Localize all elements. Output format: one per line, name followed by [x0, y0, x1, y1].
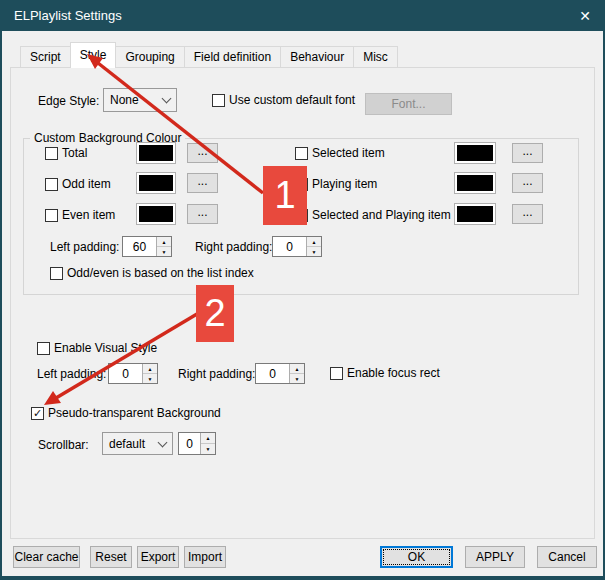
scrollbar-spinner[interactable]: 0 ▲ ▼ [178, 432, 216, 455]
odd-item-label: Odd item [62, 177, 111, 191]
reset-button[interactable]: Reset [90, 546, 132, 568]
spin-up-icon[interactable]: ▲ [157, 237, 171, 247]
selected-and-playing-item-label: Selected and Playing item [312, 208, 451, 222]
selected-item-color-picker-button[interactable]: ... [512, 143, 543, 163]
use-custom-font-label: Use custom default font [229, 93, 355, 107]
enable-focus-rect-row[interactable]: Enable focus rect [330, 366, 440, 380]
spin-up-icon[interactable]: ▲ [307, 237, 321, 247]
chevron-down-icon [162, 94, 172, 104]
enable-visual-style-row[interactable]: Enable Visual Style [37, 341, 157, 355]
selected-item-color-swatch [455, 143, 495, 163]
tab-grouping[interactable]: Grouping [115, 46, 184, 68]
enable-visual-style-checkbox[interactable] [37, 342, 50, 355]
scrollbar-label: Scrollbar: [38, 438, 89, 452]
total-label: Total [62, 146, 87, 160]
edge-style-label: Edge Style: [38, 94, 99, 108]
vs-left-padding-label: Left padding: [37, 367, 106, 381]
odd-even-list-index-checkbox[interactable] [50, 267, 63, 280]
total-row[interactable]: Total [45, 146, 87, 160]
pseudo-transparent-label: Pseudo-transparent Background [48, 406, 221, 420]
spin-down-icon[interactable]: ▼ [290, 374, 304, 383]
vs-right-padding-label: Right padding: [178, 367, 255, 381]
scrollbar-value: default [109, 437, 159, 451]
close-icon[interactable]: ✕ [568, 0, 602, 31]
right-padding-value: 0 [273, 240, 306, 254]
total-color-picker-button[interactable]: ... [187, 143, 218, 163]
left-padding-value: 60 [123, 240, 156, 254]
selected-item-row[interactable]: Selected item [295, 146, 385, 160]
playing-item-row[interactable]: Playing item [295, 177, 377, 191]
total-color-swatch [137, 143, 175, 163]
scrollbar-dropdown[interactable]: default [102, 432, 173, 455]
odd-even-list-index-label: Odd/even is based on the list index [67, 266, 254, 280]
odd-item-checkbox[interactable] [45, 178, 58, 191]
clear-cache-button[interactable]: Clear cache [13, 546, 80, 568]
left-padding-spinner[interactable]: 60 ▲ ▼ [122, 236, 172, 257]
total-checkbox[interactable] [45, 147, 58, 160]
enable-visual-style-label: Enable Visual Style [54, 341, 157, 355]
use-custom-font-checkbox[interactable] [212, 94, 225, 107]
tab-field-definition[interactable]: Field definition [184, 46, 281, 68]
window-title: ELPlaylist Settings [14, 0, 122, 31]
apply-button[interactable]: APPLY [465, 546, 525, 568]
playing-item-color-swatch [455, 173, 495, 193]
tab-misc[interactable]: Misc [353, 46, 398, 68]
even-item-label: Even item [62, 208, 115, 222]
title-bar: ELPlaylist Settings ✕ [0, 0, 605, 31]
chevron-down-icon [158, 437, 168, 447]
selected-and-playing-item-checkbox[interactable] [295, 209, 308, 222]
spin-down-icon[interactable]: ▼ [201, 444, 215, 454]
odd-item-row[interactable]: Odd item [45, 177, 111, 191]
spin-up-icon[interactable]: ▲ [290, 364, 304, 374]
playing-item-color-picker-button[interactable]: ... [512, 173, 543, 193]
check-icon: ✓ [33, 408, 42, 419]
tab-behaviour[interactable]: Behaviour [280, 46, 354, 68]
vs-right-padding-value: 0 [256, 367, 289, 381]
even-item-color-picker-button[interactable]: ... [187, 204, 218, 224]
use-custom-font-row[interactable]: Use custom default font [212, 93, 355, 107]
tab-style[interactable]: Style [70, 42, 117, 68]
pseudo-transparent-checkbox[interactable]: ✓ [31, 407, 44, 420]
spin-up-icon[interactable]: ▲ [201, 433, 215, 444]
font-button[interactable]: Font... [365, 93, 452, 115]
selected-and-playing-item-color-swatch [455, 204, 495, 224]
even-item-row[interactable]: Even item [45, 208, 115, 222]
edge-style-value: None [110, 93, 163, 107]
vs-right-padding-spinner[interactable]: 0 ▲ ▼ [255, 363, 305, 384]
spin-up-icon[interactable]: ▲ [143, 364, 157, 374]
spin-down-icon[interactable]: ▼ [157, 247, 171, 256]
spin-down-icon[interactable]: ▼ [307, 247, 321, 256]
import-button[interactable]: Import [184, 546, 226, 568]
edge-style-dropdown[interactable]: None [103, 88, 177, 112]
selected-and-playing-item-color-picker-button[interactable]: ... [512, 204, 543, 224]
enable-focus-rect-label: Enable focus rect [347, 366, 440, 380]
selected-item-checkbox[interactable] [295, 147, 308, 160]
playing-item-label: Playing item [312, 177, 377, 191]
odd-item-color-picker-button[interactable]: ... [187, 173, 218, 193]
right-padding-spinner[interactable]: 0 ▲ ▼ [272, 236, 322, 257]
vs-left-padding-spinner[interactable]: 0 ▲ ▼ [108, 363, 158, 384]
elplaylist-settings-dialog: ELPlaylist Settings ✕ Script Style Group… [0, 0, 605, 580]
even-item-color-swatch [137, 204, 175, 224]
left-padding-label: Left padding: [50, 240, 119, 254]
playing-item-checkbox[interactable] [295, 178, 308, 191]
export-button[interactable]: Export [137, 546, 179, 568]
selected-item-label: Selected item [312, 146, 385, 160]
ok-button[interactable]: OK [380, 546, 453, 568]
spin-down-icon[interactable]: ▼ [143, 374, 157, 383]
selected-and-playing-item-row[interactable]: Selected and Playing item [295, 208, 451, 222]
vs-left-padding-value: 0 [109, 367, 142, 381]
enable-focus-rect-checkbox[interactable] [330, 367, 343, 380]
cancel-button[interactable]: Cancel [537, 546, 597, 568]
tab-strip: Script Style Grouping Field definition B… [20, 42, 398, 68]
odd-even-list-index-row[interactable]: Odd/even is based on the list index [50, 266, 254, 280]
right-padding-label: Right padding: [195, 240, 272, 254]
pseudo-transparent-row[interactable]: ✓ Pseudo-transparent Background [31, 406, 221, 420]
odd-item-color-swatch [137, 173, 175, 193]
even-item-checkbox[interactable] [45, 209, 58, 222]
scrollbar-number: 0 [179, 437, 200, 451]
tab-script[interactable]: Script [20, 46, 71, 68]
